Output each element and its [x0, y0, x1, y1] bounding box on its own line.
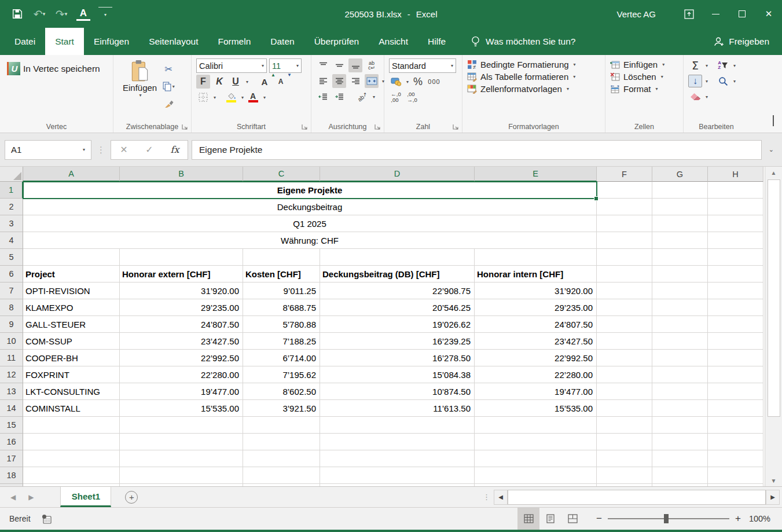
cell-B17[interactable]	[120, 450, 243, 467]
cell-G19[interactable]	[652, 484, 708, 486]
align-bottom-icon[interactable]	[348, 58, 362, 72]
formula-bar-expand-icon[interactable]: ⌄	[765, 146, 777, 153]
tab-datei[interactable]: Datei	[5, 28, 45, 55]
cell-A11[interactable]: COOPER-BH	[23, 350, 120, 366]
cell-D10[interactable]: 16’239.25	[320, 333, 475, 350]
column-header-G[interactable]: G	[652, 167, 708, 182]
underline-dropdown-icon[interactable]: ▾	[246, 79, 248, 85]
column-header-F[interactable]: F	[597, 167, 652, 182]
cell-G18[interactable]	[652, 467, 708, 484]
tab-start[interactable]: Start	[45, 28, 84, 55]
cell-D15[interactable]	[320, 417, 475, 434]
enter-icon[interactable]: ✓	[137, 144, 162, 155]
row-header-14[interactable]: 14	[0, 400, 23, 417]
clear-dropdown-icon[interactable]: ▾	[706, 94, 708, 100]
cell-A7[interactable]: OPTI-REVISION	[23, 282, 120, 299]
cell-A5[interactable]	[23, 249, 120, 266]
clear-icon[interactable]	[688, 90, 702, 104]
normal-view-button[interactable]	[517, 508, 539, 530]
scroll-up-icon[interactable]: ▲	[765, 167, 782, 178]
row-header-9[interactable]: 9	[0, 316, 23, 333]
fill-handle[interactable]	[594, 196, 599, 201]
cell-B18[interactable]	[120, 467, 243, 484]
tab-formeln[interactable]: Formeln	[208, 28, 260, 55]
redo-icon[interactable]: ↷▾	[54, 7, 68, 21]
insert-cells-button[interactable]: Einfügen▾	[610, 60, 680, 69]
cell-H18[interactable]	[708, 467, 763, 484]
italic-button[interactable]: K	[212, 75, 226, 89]
account-name[interactable]: Vertec AG	[616, 9, 656, 19]
cell-B15[interactable]	[120, 417, 243, 434]
cell-C12[interactable]: 7’195.62	[243, 366, 320, 383]
qat-customize-icon[interactable]: ▾	[98, 7, 112, 21]
cell-C13[interactable]: 8’602.50	[243, 383, 320, 400]
cell-D5[interactable]	[320, 249, 475, 266]
cell-H17[interactable]	[708, 450, 763, 467]
row-header-4[interactable]: 4	[0, 232, 23, 249]
cell-H12[interactable]	[708, 366, 763, 383]
paste-button[interactable]: Einfügen ▾	[118, 58, 161, 120]
macro-record-icon[interactable]	[41, 514, 52, 524]
formula-input[interactable]: Eigene Projekte	[192, 140, 762, 160]
column-header-D[interactable]: D	[320, 167, 475, 182]
horizontal-scrollbar[interactable]: ◀ ▶	[494, 489, 780, 505]
cell-G4[interactable]	[652, 232, 708, 249]
cell-H9[interactable]	[708, 316, 763, 333]
row-header-10[interactable]: 10	[0, 333, 23, 350]
cell-D18[interactable]	[320, 467, 475, 484]
tab-hilfe[interactable]: Hilfe	[418, 28, 456, 55]
cell-G3[interactable]	[652, 215, 708, 232]
cell-E6[interactable]: Honorar intern [CHF]	[475, 266, 597, 282]
cell-F7[interactable]	[597, 282, 652, 299]
delete-cells-button[interactable]: Löschen▾	[610, 72, 680, 82]
sort-filter-icon[interactable]: AZ	[716, 58, 730, 72]
name-box[interactable]: A1 ▾	[5, 140, 91, 160]
cell-F19[interactable]	[597, 484, 652, 486]
underline-button[interactable]: U	[229, 75, 243, 89]
row-header-16[interactable]: 16	[0, 434, 23, 450]
align-top-icon[interactable]	[316, 58, 330, 72]
font-qat-icon[interactable]: A	[76, 7, 90, 21]
scroll-right-icon[interactable]: ▶	[766, 490, 780, 505]
cell-H4[interactable]	[708, 232, 763, 249]
cell-D16[interactable]	[320, 434, 475, 450]
cell-G5[interactable]	[652, 249, 708, 266]
cell-A3-merged[interactable]: Q1 2025	[23, 215, 597, 232]
maximize-button[interactable]	[729, 0, 755, 28]
cell-G2[interactable]	[652, 199, 708, 215]
cell-G6[interactable]	[652, 266, 708, 282]
row-header-12[interactable]: 12	[0, 366, 23, 383]
cancel-icon[interactable]: ✕	[111, 144, 137, 155]
cell-B10[interactable]: 23’427.50	[120, 333, 243, 350]
align-middle-icon[interactable]	[332, 58, 346, 72]
cell-H14[interactable]	[708, 400, 763, 417]
percent-style-button[interactable]: %	[411, 75, 425, 89]
page-break-preview-button[interactable]	[561, 508, 583, 530]
cell-E8[interactable]: 29’235.00	[475, 299, 597, 316]
cell-B12[interactable]: 22’280.00	[120, 366, 243, 383]
select-all-corner[interactable]	[0, 167, 23, 182]
cell-E12[interactable]: 22’280.00	[475, 366, 597, 383]
format-cells-button[interactable]: Format▾	[610, 84, 680, 94]
cell-C16[interactable]	[243, 434, 320, 450]
row-header-11[interactable]: 11	[0, 350, 23, 366]
new-sheet-button[interactable]: +	[125, 491, 138, 504]
undo-icon[interactable]: ↶▾	[32, 7, 46, 21]
vertec-save-button[interactable]: U In Vertec speichern	[5, 61, 109, 76]
cell-F8[interactable]	[597, 299, 652, 316]
cell-C8[interactable]: 8’688.75	[243, 299, 320, 316]
cell-G11[interactable]	[652, 350, 708, 366]
cell-F17[interactable]	[597, 450, 652, 467]
sheet-nav-right-icon[interactable]: ▶	[28, 493, 34, 501]
cell-B5[interactable]	[120, 249, 243, 266]
tab-daten[interactable]: Daten	[260, 28, 304, 55]
cell-C9[interactable]: 5’780.88	[243, 316, 320, 333]
row-header-5[interactable]: 5	[0, 249, 23, 266]
cut-icon[interactable]: ✂	[161, 62, 175, 76]
cell-A15[interactable]	[23, 417, 120, 434]
cell-D7[interactable]: 22’908.75	[320, 282, 475, 299]
cell-G13[interactable]	[652, 383, 708, 400]
cell-G17[interactable]	[652, 450, 708, 467]
cell-B13[interactable]: 19’477.00	[120, 383, 243, 400]
grow-font-button[interactable]: A▲	[258, 75, 271, 89]
